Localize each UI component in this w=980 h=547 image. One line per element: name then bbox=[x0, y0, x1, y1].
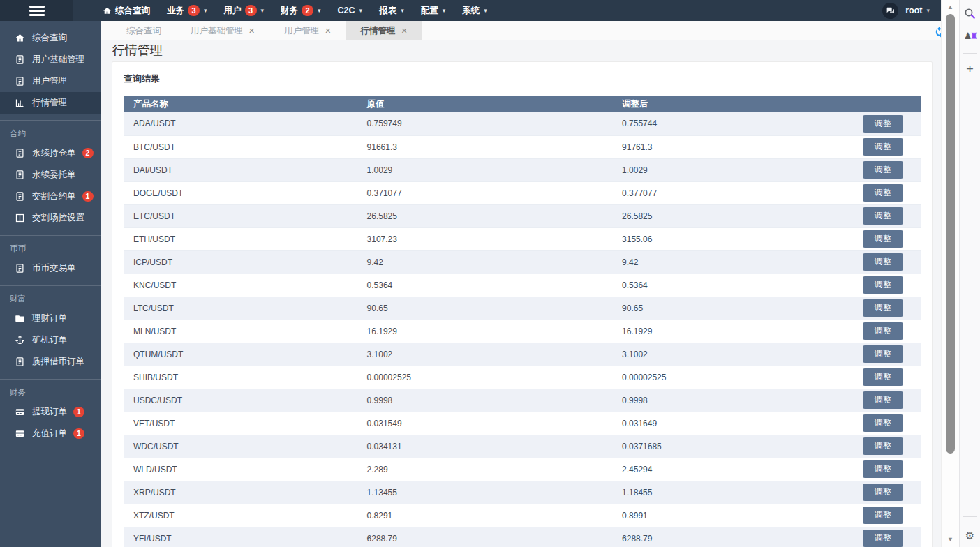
cell-product-name: XRP/USDT bbox=[124, 481, 357, 504]
adjust-button[interactable]: 调整 bbox=[863, 161, 903, 179]
table-row: ICP/USDT9.429.42调整 bbox=[124, 250, 921, 274]
extensions-button[interactable]: ♟♜ bbox=[960, 28, 980, 43]
adjust-button[interactable]: 调整 bbox=[863, 530, 903, 547]
notification-badge: 3 bbox=[245, 5, 257, 16]
table-header-row: 产品名称 原值 调整后 bbox=[124, 96, 921, 112]
adjust-button[interactable]: 调整 bbox=[863, 276, 903, 294]
chevron-down-icon: ▾ bbox=[204, 7, 207, 14]
adjust-button[interactable]: 调整 bbox=[863, 414, 903, 432]
cell-product-name: ETC/USDT bbox=[124, 204, 357, 227]
sidebar-item[interactable]: 永续持仓单2 bbox=[0, 142, 101, 164]
cell-original-value: 0.371077 bbox=[357, 181, 612, 204]
scroll-down-arrow-icon[interactable]: ▼ bbox=[942, 536, 959, 543]
sidebar-section-label: 合约 bbox=[0, 120, 101, 142]
search-button[interactable] bbox=[960, 6, 980, 21]
sidebar-item[interactable]: 用户基础管理 bbox=[0, 49, 101, 70]
cell-adjusted-value: 0.00002525 bbox=[612, 366, 845, 389]
settings-icon: ⚙ bbox=[965, 530, 974, 542]
adjust-button[interactable]: 调整 bbox=[863, 368, 903, 386]
close-icon[interactable]: ✕ bbox=[248, 27, 255, 36]
tab-active[interactable]: 行情管理✕ bbox=[346, 21, 422, 40]
cell-original-value: 91661.3 bbox=[357, 135, 612, 158]
close-icon[interactable]: ✕ bbox=[325, 27, 331, 36]
topbar-menu-item[interactable]: 报表▾ bbox=[371, 0, 413, 21]
topbar-menu-item[interactable]: 业务3▾ bbox=[158, 0, 216, 21]
results-table: 产品名称 原值 调整后 ADA/USDT0.7597490.755744调整BT… bbox=[124, 96, 921, 547]
rail-divider bbox=[963, 53, 977, 54]
add-button[interactable]: + bbox=[960, 61, 980, 77]
settings-button[interactable]: ⚙ bbox=[960, 527, 980, 544]
cell-action: 调整 bbox=[845, 527, 921, 547]
adjust-button[interactable]: 调整 bbox=[863, 484, 903, 501]
home-icon bbox=[14, 33, 26, 43]
chevron-down-icon: ▾ bbox=[926, 7, 930, 14]
topbar-menu-item[interactable]: C2C▾ bbox=[329, 0, 371, 21]
sidebar-item[interactable]: 充值订单1 bbox=[0, 423, 101, 444]
scrollbar-thumb[interactable] bbox=[946, 14, 955, 454]
cell-action: 调整 bbox=[845, 366, 921, 389]
topbar-menu-item[interactable]: 财务2▾ bbox=[272, 0, 329, 21]
sidebar-item[interactable]: 币币交易单 bbox=[0, 257, 101, 279]
sidebar-item[interactable]: 交割场控设置 bbox=[0, 207, 101, 229]
adjust-button[interactable]: 调整 bbox=[863, 345, 903, 363]
sidebar-item-label: 矿机订单 bbox=[32, 334, 67, 346]
tab-item[interactable]: 用户基础管理✕ bbox=[176, 21, 269, 40]
adjust-button[interactable]: 调整 bbox=[863, 391, 903, 409]
column-header-product: 产品名称 bbox=[124, 96, 357, 112]
cell-original-value: 3.1002 bbox=[357, 343, 612, 366]
close-icon[interactable]: ✕ bbox=[401, 27, 407, 36]
scroll-up-arrow-icon[interactable]: ▲ bbox=[942, 3, 959, 10]
sidebar-item[interactable]: 综合查询 bbox=[0, 27, 101, 49]
table-row: BTC/USDT91661.391761.3调整 bbox=[124, 135, 921, 158]
chevron-down-icon: ▾ bbox=[443, 7, 446, 14]
sidebar-item[interactable]: 质押借币订单 bbox=[0, 351, 101, 373]
topbar-menu-item[interactable]: 配置▾ bbox=[413, 0, 454, 21]
adjust-button[interactable]: 调整 bbox=[863, 460, 903, 478]
tabbar: 综合查询用户基础管理✕用户管理✕行情管理✕ bbox=[101, 21, 941, 40]
panel-title: 查询结果 bbox=[124, 71, 921, 85]
sidebar-item[interactable]: 提现订单1 bbox=[0, 401, 101, 423]
cell-adjusted-value: 16.1929 bbox=[612, 320, 845, 343]
adjust-button[interactable]: 调整 bbox=[863, 507, 903, 524]
doc-icon bbox=[14, 263, 26, 274]
adjust-button[interactable]: 调整 bbox=[863, 253, 903, 271]
sidebar-item[interactable]: 理财订单 bbox=[0, 308, 101, 329]
chevron-down-icon: ▾ bbox=[401, 7, 404, 14]
doc-icon bbox=[14, 148, 26, 158]
adjust-button[interactable]: 调整 bbox=[863, 115, 903, 133]
cell-original-value: 0.759749 bbox=[357, 112, 612, 135]
tab-item[interactable]: 用户管理✕ bbox=[269, 21, 346, 40]
cell-product-name: QTUM/USDT bbox=[124, 343, 357, 366]
topbar-menu-item[interactable]: 系统▾ bbox=[454, 0, 496, 21]
tab-label: 综合查询 bbox=[126, 25, 161, 37]
adjust-button[interactable]: 调整 bbox=[863, 437, 903, 455]
cell-product-name: XTZ/USDT bbox=[124, 504, 357, 527]
adjust-button[interactable]: 调整 bbox=[863, 230, 903, 248]
sidebar-item[interactable]: 矿机订单 bbox=[0, 329, 101, 351]
cell-original-value: 0.5364 bbox=[357, 274, 612, 297]
user-menu[interactable]: root ▾ bbox=[905, 6, 930, 15]
adjust-button[interactable]: 调整 bbox=[863, 207, 903, 225]
topbar-menu-item[interactable]: 用户3▾ bbox=[216, 0, 273, 21]
cell-product-name: DOGE/USDT bbox=[124, 181, 357, 204]
cell-action: 调整 bbox=[845, 320, 921, 343]
chevron-down-icon: ▾ bbox=[318, 7, 321, 14]
adjust-button[interactable]: 调整 bbox=[863, 322, 903, 340]
sidebar-item[interactable]: 行情管理 bbox=[0, 92, 101, 114]
anchor-icon bbox=[14, 335, 26, 345]
sidebar-toggle-button[interactable] bbox=[0, 0, 73, 21]
topbar-menu-item[interactable]: 综合查询 bbox=[94, 0, 158, 21]
sidebar-item[interactable]: 永续委托单 bbox=[0, 164, 101, 186]
sidebar-item[interactable]: 交割合约单1 bbox=[0, 186, 101, 207]
sidebar-item-label: 综合查询 bbox=[32, 32, 67, 44]
cell-product-name: WDC/USDT bbox=[124, 435, 357, 458]
topbar: 综合查询业务3▾用户3▾财务2▾C2C▾报表▾配置▾系统▾ root ▾ bbox=[0, 0, 941, 21]
adjust-button[interactable]: 调整 bbox=[863, 299, 903, 317]
tab-item[interactable]: 综合查询 bbox=[112, 21, 176, 40]
chat-button[interactable] bbox=[882, 3, 898, 19]
sidebar-item[interactable]: 用户管理 bbox=[0, 70, 101, 92]
cell-action: 调整 bbox=[845, 204, 921, 227]
browser-scrollbar[interactable]: ▲ ▼ bbox=[941, 0, 959, 547]
adjust-button[interactable]: 调整 bbox=[863, 184, 903, 202]
adjust-button[interactable]: 调整 bbox=[863, 138, 903, 156]
